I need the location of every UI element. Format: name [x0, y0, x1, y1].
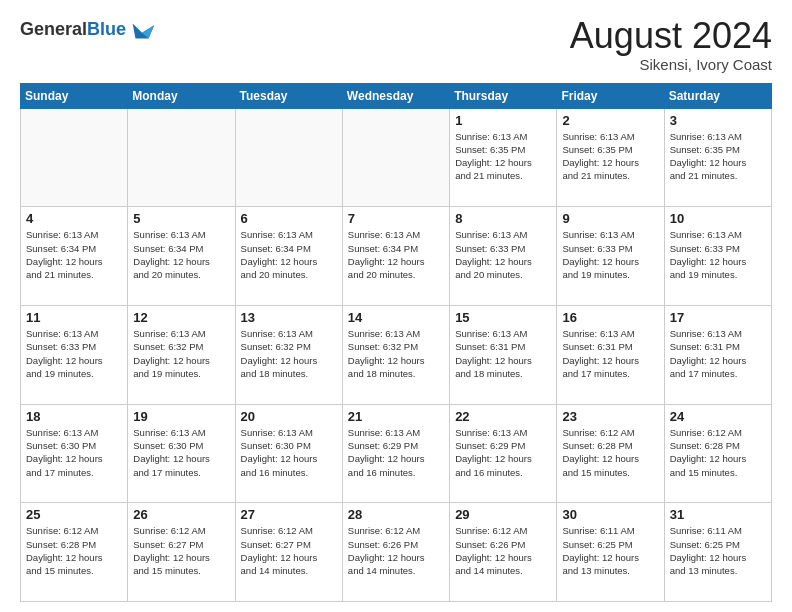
day-number: 23	[562, 409, 658, 424]
day-info: Sunrise: 6:11 AM Sunset: 6:25 PM Dayligh…	[670, 524, 766, 577]
title-block: August 2024 Sikensi, Ivory Coast	[570, 16, 772, 73]
day-info: Sunrise: 6:12 AM Sunset: 6:28 PM Dayligh…	[26, 524, 122, 577]
calendar-cell: 23Sunrise: 6:12 AM Sunset: 6:28 PM Dayli…	[557, 404, 664, 503]
day-number: 1	[455, 113, 551, 128]
main-title: August 2024	[570, 16, 772, 56]
day-info: Sunrise: 6:13 AM Sunset: 6:35 PM Dayligh…	[670, 130, 766, 183]
day-info: Sunrise: 6:12 AM Sunset: 6:27 PM Dayligh…	[241, 524, 337, 577]
day-info: Sunrise: 6:13 AM Sunset: 6:33 PM Dayligh…	[455, 228, 551, 281]
logo-icon	[128, 16, 156, 44]
day-number: 15	[455, 310, 551, 325]
calendar-cell	[342, 108, 449, 207]
day-number: 10	[670, 211, 766, 226]
day-info: Sunrise: 6:12 AM Sunset: 6:27 PM Dayligh…	[133, 524, 229, 577]
calendar-cell: 2Sunrise: 6:13 AM Sunset: 6:35 PM Daylig…	[557, 108, 664, 207]
calendar-cell: 17Sunrise: 6:13 AM Sunset: 6:31 PM Dayli…	[664, 305, 771, 404]
day-info: Sunrise: 6:13 AM Sunset: 6:30 PM Dayligh…	[133, 426, 229, 479]
day-number: 12	[133, 310, 229, 325]
calendar-cell	[235, 108, 342, 207]
calendar-cell: 21Sunrise: 6:13 AM Sunset: 6:29 PM Dayli…	[342, 404, 449, 503]
subtitle: Sikensi, Ivory Coast	[570, 56, 772, 73]
day-number: 3	[670, 113, 766, 128]
day-info: Sunrise: 6:13 AM Sunset: 6:34 PM Dayligh…	[241, 228, 337, 281]
day-number: 20	[241, 409, 337, 424]
calendar-cell: 22Sunrise: 6:13 AM Sunset: 6:29 PM Dayli…	[450, 404, 557, 503]
day-of-week-header: Sunday	[21, 83, 128, 108]
day-info: Sunrise: 6:13 AM Sunset: 6:31 PM Dayligh…	[562, 327, 658, 380]
calendar-cell: 8Sunrise: 6:13 AM Sunset: 6:33 PM Daylig…	[450, 207, 557, 306]
calendar-cell: 31Sunrise: 6:11 AM Sunset: 6:25 PM Dayli…	[664, 503, 771, 602]
calendar-cell: 27Sunrise: 6:12 AM Sunset: 6:27 PM Dayli…	[235, 503, 342, 602]
day-info: Sunrise: 6:13 AM Sunset: 6:31 PM Dayligh…	[455, 327, 551, 380]
day-number: 16	[562, 310, 658, 325]
day-info: Sunrise: 6:12 AM Sunset: 6:28 PM Dayligh…	[670, 426, 766, 479]
day-info: Sunrise: 6:13 AM Sunset: 6:30 PM Dayligh…	[241, 426, 337, 479]
calendar-cell: 14Sunrise: 6:13 AM Sunset: 6:32 PM Dayli…	[342, 305, 449, 404]
logo-general: GeneralBlue	[20, 20, 126, 40]
day-info: Sunrise: 6:13 AM Sunset: 6:30 PM Dayligh…	[26, 426, 122, 479]
calendar-cell: 29Sunrise: 6:12 AM Sunset: 6:26 PM Dayli…	[450, 503, 557, 602]
day-number: 30	[562, 507, 658, 522]
calendar-cell: 11Sunrise: 6:13 AM Sunset: 6:33 PM Dayli…	[21, 305, 128, 404]
day-number: 18	[26, 409, 122, 424]
day-number: 4	[26, 211, 122, 226]
calendar-cell: 24Sunrise: 6:12 AM Sunset: 6:28 PM Dayli…	[664, 404, 771, 503]
day-info: Sunrise: 6:13 AM Sunset: 6:34 PM Dayligh…	[348, 228, 444, 281]
calendar-cell: 15Sunrise: 6:13 AM Sunset: 6:31 PM Dayli…	[450, 305, 557, 404]
day-number: 14	[348, 310, 444, 325]
day-info: Sunrise: 6:11 AM Sunset: 6:25 PM Dayligh…	[562, 524, 658, 577]
day-info: Sunrise: 6:13 AM Sunset: 6:33 PM Dayligh…	[670, 228, 766, 281]
day-info: Sunrise: 6:13 AM Sunset: 6:32 PM Dayligh…	[348, 327, 444, 380]
calendar-cell	[21, 108, 128, 207]
calendar-cell: 16Sunrise: 6:13 AM Sunset: 6:31 PM Dayli…	[557, 305, 664, 404]
day-number: 24	[670, 409, 766, 424]
calendar-cell: 1Sunrise: 6:13 AM Sunset: 6:35 PM Daylig…	[450, 108, 557, 207]
day-info: Sunrise: 6:13 AM Sunset: 6:29 PM Dayligh…	[455, 426, 551, 479]
day-of-week-header: Tuesday	[235, 83, 342, 108]
calendar-cell: 7Sunrise: 6:13 AM Sunset: 6:34 PM Daylig…	[342, 207, 449, 306]
calendar-cell	[128, 108, 235, 207]
day-number: 13	[241, 310, 337, 325]
day-number: 2	[562, 113, 658, 128]
day-info: Sunrise: 6:13 AM Sunset: 6:33 PM Dayligh…	[26, 327, 122, 380]
day-number: 26	[133, 507, 229, 522]
day-of-week-header: Saturday	[664, 83, 771, 108]
day-info: Sunrise: 6:13 AM Sunset: 6:32 PM Dayligh…	[241, 327, 337, 380]
day-number: 22	[455, 409, 551, 424]
day-of-week-header: Friday	[557, 83, 664, 108]
calendar-cell: 13Sunrise: 6:13 AM Sunset: 6:32 PM Dayli…	[235, 305, 342, 404]
day-info: Sunrise: 6:13 AM Sunset: 6:33 PM Dayligh…	[562, 228, 658, 281]
day-number: 31	[670, 507, 766, 522]
day-info: Sunrise: 6:13 AM Sunset: 6:31 PM Dayligh…	[670, 327, 766, 380]
day-info: Sunrise: 6:12 AM Sunset: 6:28 PM Dayligh…	[562, 426, 658, 479]
day-of-week-header: Wednesday	[342, 83, 449, 108]
day-of-week-header: Monday	[128, 83, 235, 108]
calendar-cell: 25Sunrise: 6:12 AM Sunset: 6:28 PM Dayli…	[21, 503, 128, 602]
day-number: 21	[348, 409, 444, 424]
day-info: Sunrise: 6:13 AM Sunset: 6:32 PM Dayligh…	[133, 327, 229, 380]
day-info: Sunrise: 6:13 AM Sunset: 6:35 PM Dayligh…	[562, 130, 658, 183]
day-number: 9	[562, 211, 658, 226]
calendar-table: SundayMondayTuesdayWednesdayThursdayFrid…	[20, 83, 772, 602]
day-number: 19	[133, 409, 229, 424]
day-of-week-header: Thursday	[450, 83, 557, 108]
day-info: Sunrise: 6:13 AM Sunset: 6:35 PM Dayligh…	[455, 130, 551, 183]
calendar-cell: 19Sunrise: 6:13 AM Sunset: 6:30 PM Dayli…	[128, 404, 235, 503]
day-number: 27	[241, 507, 337, 522]
calendar-cell: 9Sunrise: 6:13 AM Sunset: 6:33 PM Daylig…	[557, 207, 664, 306]
page: GeneralBlue August 2024 Sikensi, Ivory C…	[0, 0, 792, 612]
day-number: 8	[455, 211, 551, 226]
day-number: 11	[26, 310, 122, 325]
day-info: Sunrise: 6:12 AM Sunset: 6:26 PM Dayligh…	[455, 524, 551, 577]
day-number: 29	[455, 507, 551, 522]
calendar-cell: 18Sunrise: 6:13 AM Sunset: 6:30 PM Dayli…	[21, 404, 128, 503]
day-number: 6	[241, 211, 337, 226]
calendar-cell: 3Sunrise: 6:13 AM Sunset: 6:35 PM Daylig…	[664, 108, 771, 207]
day-number: 5	[133, 211, 229, 226]
day-number: 28	[348, 507, 444, 522]
calendar-cell: 20Sunrise: 6:13 AM Sunset: 6:30 PM Dayli…	[235, 404, 342, 503]
day-info: Sunrise: 6:12 AM Sunset: 6:26 PM Dayligh…	[348, 524, 444, 577]
calendar-cell: 10Sunrise: 6:13 AM Sunset: 6:33 PM Dayli…	[664, 207, 771, 306]
calendar-cell: 28Sunrise: 6:12 AM Sunset: 6:26 PM Dayli…	[342, 503, 449, 602]
calendar-cell: 26Sunrise: 6:12 AM Sunset: 6:27 PM Dayli…	[128, 503, 235, 602]
